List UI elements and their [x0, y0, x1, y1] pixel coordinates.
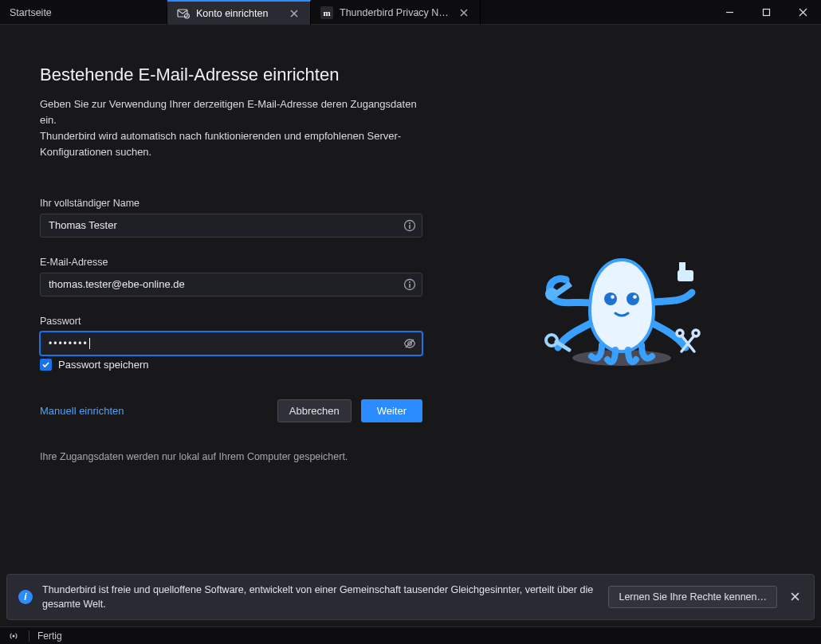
tab-konto-einrichten[interactable]: Konto einrichten: [167, 0, 311, 25]
svg-point-18: [677, 330, 683, 336]
svg-point-6: [409, 222, 410, 224]
eye-hide-icon[interactable]: [398, 337, 422, 350]
mozilla-icon: m: [320, 6, 333, 19]
tab-label: Startseite: [10, 7, 52, 18]
illustration: [422, 65, 821, 567]
local-storage-note: Ihre Zugangsdaten werden nur lokal auf I…: [40, 451, 422, 462]
name-input-wrap: [40, 214, 422, 238]
mail-account-icon: [177, 7, 190, 20]
svg-point-23: [633, 295, 637, 299]
text-caret: [89, 338, 90, 349]
info-icon[interactable]: [398, 219, 422, 232]
learn-rights-button[interactable]: Lernen Sie Ihre Rechte kennen…: [608, 586, 777, 608]
close-window-button[interactable]: [784, 0, 821, 25]
tab-label: Konto einrichten: [196, 8, 268, 19]
page-description: Geben Sie zur Verwendung Ihrer derzeitig…: [40, 96, 422, 161]
separator: [29, 630, 29, 642]
remember-password-row: Passwort speichern: [40, 359, 422, 371]
password-input[interactable]: ••••••••: [41, 338, 88, 349]
info-icon: i: [18, 590, 33, 604]
close-icon[interactable]: [458, 6, 470, 19]
svg-rect-10: [409, 284, 410, 288]
svg-rect-7: [409, 225, 410, 229]
minimize-button[interactable]: [711, 0, 748, 25]
email-label: E-Mail-Adresse: [40, 257, 422, 268]
email-input[interactable]: [41, 273, 398, 296]
info-icon[interactable]: [398, 278, 422, 291]
notification-text: Thunderbird ist freie und quelloffene So…: [42, 583, 599, 611]
svg-point-21: [611, 295, 615, 299]
remember-password-label: Passwort speichern: [58, 359, 148, 371]
name-label: Ihr vollständiger Name: [40, 198, 422, 209]
cancel-button[interactable]: Abbrechen: [277, 399, 352, 422]
svg-point-19: [693, 330, 699, 336]
action-row: Manuell einrichten Abbrechen Weiter: [40, 399, 422, 422]
svg-point-22: [627, 293, 639, 305]
svg-point-20: [604, 293, 617, 305]
password-input-wrap: ••••••••: [40, 332, 422, 355]
continue-button[interactable]: Weiter: [361, 399, 422, 422]
svg-rect-4: [763, 10, 769, 16]
svg-text:m: m: [323, 8, 330, 18]
name-input[interactable]: [41, 214, 398, 237]
activity-icon[interactable]: [6, 630, 21, 642]
svg-rect-14: [678, 270, 693, 281]
close-icon[interactable]: [288, 7, 301, 20]
account-setup-panel: Bestehende E-Mail-Adresse einrichten Geb…: [0, 25, 821, 567]
svg-point-13: [545, 288, 558, 300]
page-title: Bestehende E-Mail-Adresse einrichten: [40, 65, 422, 85]
tab-strip: Startseite Konto einrichten m Thunderbir…: [0, 0, 821, 25]
maximize-button[interactable]: [748, 0, 784, 25]
status-text: Fertig: [37, 630, 62, 642]
svg-point-9: [409, 281, 410, 283]
manual-config-link[interactable]: Manuell einrichten: [40, 405, 124, 417]
tab-label: Thunderbird Privacy Notice: [340, 7, 451, 18]
tab-privacy-notice[interactable]: m Thunderbird Privacy Notice: [311, 0, 481, 25]
svg-point-17: [550, 339, 554, 343]
status-bar: Fertig: [0, 626, 821, 644]
email-input-wrap: [40, 273, 422, 296]
remember-password-checkbox[interactable]: [40, 359, 52, 371]
svg-rect-15: [679, 262, 685, 272]
octopus-illustration-icon: [534, 216, 709, 375]
window-controls: [711, 0, 821, 24]
svg-point-24: [13, 634, 15, 637]
close-icon[interactable]: [787, 589, 803, 605]
tab-startseite[interactable]: Startseite: [0, 0, 167, 25]
password-label: Passwort: [40, 316, 422, 327]
notification-bar: i Thunderbird ist freie und quelloffene …: [6, 574, 815, 620]
